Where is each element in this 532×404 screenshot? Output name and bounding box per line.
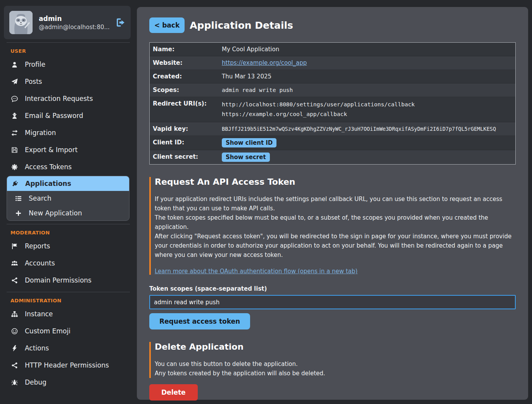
certificate-icon [11, 164, 18, 170]
application-details-table: Name:My Cool ApplicationWebsite:https://… [149, 42, 516, 165]
delete-section-heading: Delete Application [155, 342, 516, 352]
sidebar-item-interaction-requests[interactable]: Interaction Requests [0, 90, 134, 107]
sidebar-item-http-header-permissions[interactable]: HTTP Header Permissions [0, 357, 134, 374]
token-scopes-label: Token scopes (space-separated list) [149, 285, 516, 292]
sidebar-item-applications[interactable]: Applications [7, 176, 129, 191]
table-row-client-secret: Client secret:Show secret [150, 150, 515, 164]
flag-icon [11, 243, 18, 250]
sign-out-icon[interactable] [116, 18, 125, 27]
smiley-icon [11, 328, 18, 335]
sidebar-item-actions[interactable]: Actions [0, 340, 134, 357]
sidebar-item-label: Export & Import [25, 146, 78, 154]
token-section-paragraph: If your application redirect URIs includ… [155, 194, 516, 213]
request-access-token-button[interactable]: Request access token [149, 313, 250, 329]
row-label: Scopes: [153, 86, 222, 94]
table-row-website: Website:https://example.org/cool_app [150, 56, 515, 70]
user-card[interactable]: admin @admin@localhost:80... [4, 6, 131, 39]
list-icon [15, 195, 22, 202]
main-panel: < back Application Details Name:My Cool … [137, 7, 528, 400]
bug-icon [11, 379, 18, 386]
sidebar-item-debug[interactable]: Debug [0, 374, 134, 391]
sidebar-divider [7, 292, 130, 292]
user-handle: @admin@localhost:80... [39, 24, 110, 31]
sidebar-item-label: Search [29, 194, 51, 202]
back-button[interactable]: < back [149, 17, 185, 33]
row-value: Thu Mar 13 2025 [222, 73, 271, 80]
settings-page: admin @admin@localhost:80... USERProfile… [0, 0, 532, 404]
sidebar-item-instance[interactable]: Instance [0, 305, 134, 323]
delete-section-block: Delete Application You can use this butt… [149, 342, 516, 378]
sidebar-section-label-user: USER [0, 43, 134, 56]
row-value: BBJffJ219b5iE512m7wQSzv4KgKDhgZZVzNyWC_r… [222, 125, 496, 133]
table-row-vapid-key: Vapid key:BBJffJ219b5iE512m7wQSzv4KgKDhg… [150, 122, 515, 136]
delete-button[interactable]: Delete [149, 384, 198, 401]
sidebar-item-label: Email & Password [25, 112, 83, 120]
table-row-redirect-uri-s: Redirect URI(s):http://localhost:8080/se… [150, 97, 515, 122]
sidebar-item-search[interactable]: Search [7, 191, 129, 206]
table-row-created: Created:Thu Mar 13 2025 [150, 70, 515, 83]
share-nodes-icon [11, 362, 18, 369]
show-secret-button[interactable]: Show secret [222, 153, 270, 162]
page-title: Application Details [190, 20, 293, 31]
sidebar-item-label: Instance [25, 310, 53, 318]
sitemap-icon [11, 311, 18, 317]
sidebar-item-migration[interactable]: Migration [0, 124, 134, 141]
plus-icon [15, 210, 22, 217]
table-row-name: Name:My Cool Application [150, 43, 515, 56]
sidebar-item-custom-emoji[interactable]: Custom Emoji [0, 323, 134, 340]
delete-section-text: You can use this button to delete the ap… [155, 359, 516, 378]
row-label: Vapid key: [153, 125, 222, 133]
sidebar-item-posts[interactable]: Posts [0, 73, 134, 90]
sidebar-item-export-import[interactable]: Export & Import [0, 141, 134, 158]
sloth-avatar [9, 11, 33, 34]
table-row-scopes: Scopes:admin read write push [150, 83, 515, 97]
sidebar-item-label: Custom Emoji [25, 327, 71, 335]
row-value: http://localhost:8080/settings/user/appl… [222, 100, 415, 119]
users-icon [11, 260, 18, 267]
sidebar-item-label: Accounts [25, 259, 55, 267]
token-section-text: If your application redirect URIs includ… [155, 194, 516, 260]
sidebar-item-access-tokens[interactable]: Access Tokens [0, 158, 134, 175]
delete-section-line: Any tokens created by the application wi… [155, 369, 516, 378]
website-link[interactable]: https://example.org/cool_app [222, 59, 307, 66]
sidebar-item-label: Reports [25, 242, 50, 250]
oauth-learn-more-link[interactable]: Learn more about the OAuth authenticatio… [155, 268, 358, 275]
delete-section-line: You can use this button to delete the ap… [155, 359, 516, 369]
sidebar-group-applications: ApplicationsSearchNew Application [7, 176, 130, 221]
row-value: https://example.org/cool_app [222, 59, 307, 67]
user-name: admin [39, 15, 110, 23]
token-section-block: Request An API Access Token If your appl… [149, 177, 516, 275]
sidebar-item-label: Posts [25, 78, 42, 85]
token-section-paragraph: The token scopes specified below must be… [155, 213, 516, 232]
sidebar-item-new-application[interactable]: New Application [7, 206, 129, 220]
sidebar-divider [7, 42, 130, 43]
plug-icon [11, 180, 19, 187]
row-label: Created: [153, 73, 222, 80]
token-scopes-input[interactable] [149, 295, 516, 309]
bolt-icon [11, 345, 18, 352]
sidebar-item-accounts[interactable]: Accounts [0, 255, 134, 272]
sidebar-section-label-moderation: MODERATION [0, 225, 134, 238]
row-label: Name: [153, 45, 222, 53]
sidebar-item-email-password[interactable]: Email & Password [0, 107, 134, 124]
row-label: Website: [153, 59, 222, 67]
delete-section: Delete Application You can use this butt… [149, 342, 516, 401]
transfer-arrows-icon [11, 130, 18, 136]
sidebar-item-label: New Application [29, 209, 82, 217]
token-section-heading: Request An API Access Token [155, 177, 516, 187]
sidebar-item-label: Interaction Requests [25, 95, 93, 102]
sidebar: admin @admin@localhost:80... USERProfile… [0, 0, 134, 404]
sidebar-item-label: Access Tokens [25, 163, 72, 171]
sidebar-item-domain-permissions[interactable]: Domain Permissions [0, 272, 134, 289]
table-row-client-id: Client ID:Show client ID [150, 136, 515, 150]
sidebar-item-profile[interactable]: Profile [0, 56, 134, 73]
sidebar-divider [7, 224, 130, 224]
row-value: admin read write push [222, 86, 293, 94]
sidebar-item-label: Profile [25, 61, 45, 68]
row-value: My Cool Application [222, 45, 279, 53]
show-client-id-button[interactable]: Show client ID [222, 138, 276, 147]
token-section-paragraph: After clicking "Request access token", y… [155, 232, 516, 260]
sidebar-item-reports[interactable]: Reports [0, 238, 134, 255]
sidebar-item-label: Applications [25, 180, 71, 187]
redirect-uri: http://localhost:8080/settings/user/appl… [222, 100, 415, 109]
